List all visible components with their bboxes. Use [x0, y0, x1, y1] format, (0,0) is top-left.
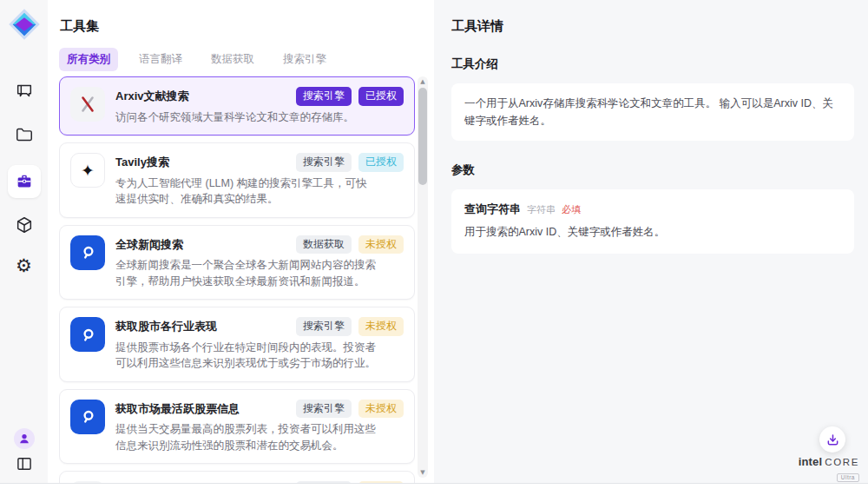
detail-title: 工具详情	[451, 18, 854, 35]
auth-status-badge: 已授权	[358, 153, 404, 172]
intel-core-logo: intel CORE Ultra	[799, 456, 859, 482]
tool-title: 全球新闻搜索	[115, 235, 183, 253]
news-search-icon	[70, 400, 105, 434]
category-badge: 搜索引擎	[296, 153, 352, 172]
category-tab[interactable]: 搜索引擎	[275, 48, 334, 71]
cube-icon[interactable]	[9, 210, 40, 240]
toolset-title: 工具集	[60, 18, 434, 35]
tool-card-list: Arxiv文献搜索 搜索引擎 已授权 访问各个研究领域大量科学论文和文章的存储库…	[59, 76, 415, 483]
tool-description: 访问各个研究领域大量科学论文和文章的存储库。	[115, 109, 378, 126]
parameter-type: 字符串	[527, 203, 556, 216]
auth-status-badge: 未授权	[358, 235, 404, 254]
auth-status-badge: 未授权	[358, 400, 404, 419]
tool-card[interactable]: 获取股市各行业表现 搜索引擎 未授权 提供股票市场各个行业在特定时间段内的表现。…	[59, 307, 415, 382]
chat-icon[interactable]	[9, 76, 40, 106]
panel-toggle-icon[interactable]	[16, 457, 32, 471]
tavily-star-icon: ✦	[70, 153, 105, 188]
auth-status-badge: 未授权	[358, 317, 404, 336]
ultra-badge: Ultra	[837, 473, 859, 483]
intro-text-box: 一个用于从Arxiv存储库搜索科学论文和文章的工具。 输入可以是Arxiv ID…	[451, 83, 854, 141]
params-heading: 参数	[451, 162, 854, 178]
news-search-icon	[70, 317, 105, 352]
tool-title: 获取市场最活跃股票信息	[115, 400, 240, 417]
tool-title: Tavily搜索	[115, 153, 169, 170]
auth-status-badge: 已授权	[358, 87, 404, 106]
app-window: ⚙ 工具集 所有类别语言翻译数据获取搜索引擎	[0, 0, 868, 489]
tool-card[interactable]: 万维地区新闻查询 搜索引擎 未授权 查询具体行政区划内的新闻，快速了解各地新闻动	[59, 471, 415, 483]
tool-card[interactable]: Arxiv文献搜索 搜索引擎 已授权 访问各个研究领域大量科学论文和文章的存储库…	[59, 76, 415, 135]
scroll-up-icon[interactable]: ▲	[418, 78, 428, 85]
category-badge: 搜索引擎	[296, 400, 352, 419]
download-button[interactable]	[819, 426, 845, 453]
toolbox-icon[interactable]	[8, 165, 41, 198]
settings-gear-icon[interactable]: ⚙	[9, 250, 40, 280]
list-scrollbar[interactable]: ▲ ▼	[418, 76, 428, 478]
news-search-icon	[70, 235, 105, 270]
intro-heading: 工具介绍	[451, 56, 854, 72]
category-tab[interactable]: 所有类别	[59, 48, 118, 71]
arxiv-logo-icon	[70, 87, 105, 122]
category-badge: 数据获取	[296, 235, 352, 254]
folder-icon[interactable]	[9, 120, 40, 149]
tool-card[interactable]: 获取市场最活跃股票信息 搜索引擎 未授权 提供当天交易量最高的股票列表，投资者可…	[59, 389, 415, 465]
tool-description: 提供股票市场各个行业在特定时间段内的表现。投资者可以利用这些信息来识别表现优于或…	[115, 340, 378, 372]
category-badge: 搜索引擎	[296, 317, 352, 336]
app-logo-icon	[7, 7, 42, 42]
tool-description: 提供当天交易量最高的股票列表，投资者可以利用这些信息来识别流动性强的股票和潜在的…	[115, 421, 378, 453]
tool-title: Arxiv文献搜索	[115, 87, 189, 104]
tool-description: 专为人工智能代理 (LLM) 构建的搜索引擎工具，可快速提供实时、准确和真实的结…	[115, 175, 378, 208]
scrollbar-thumb[interactable]	[418, 88, 427, 185]
tool-title: 获取股市各行业表现	[115, 317, 217, 334]
tool-description: 全球新闻搜索是一个聚合全球各大新闻网站内容的搜索引擎，帮助用户快速获取全球最新资…	[115, 257, 378, 289]
category-tabs: 所有类别语言翻译数据获取搜索引擎	[59, 48, 434, 71]
left-rail: ⚙	[0, 0, 48, 483]
parameter-description: 用于搜索的Arxiv ID、关键字或作者姓名。	[464, 225, 841, 240]
category-tab[interactable]: 语言翻译	[131, 48, 190, 71]
scroll-down-icon[interactable]: ▼	[418, 469, 428, 476]
tool-card[interactable]: ✦ Tavily搜索 搜索引擎 已授权 专为人工智能代理 (LLM) 构建的搜索…	[59, 142, 415, 218]
user-avatar-icon[interactable]	[14, 428, 35, 449]
tool-detail-panel: 工具详情 工具介绍 一个用于从Arxiv存储库搜索科学论文和文章的工具。 输入可…	[434, 0, 868, 483]
toolset-panel: 工具集 所有类别语言翻译数据获取搜索引擎 Arxiv文献搜索 搜索引擎 已授权 …	[48, 0, 434, 483]
category-tab[interactable]: 数据获取	[203, 48, 262, 71]
parameter-name: 查询字符串	[464, 202, 521, 217]
parameter-card: 查询字符串 字符串 必填 用于搜索的Arxiv ID、关键字或作者姓名。	[451, 189, 854, 254]
tool-card[interactable]: 全球新闻搜索 数据获取 未授权 全球新闻搜索是一个聚合全球各大新闻网站内容的搜索…	[59, 225, 415, 301]
category-badge: 搜索引擎	[296, 87, 352, 106]
parameter-required-flag: 必填	[562, 203, 581, 216]
